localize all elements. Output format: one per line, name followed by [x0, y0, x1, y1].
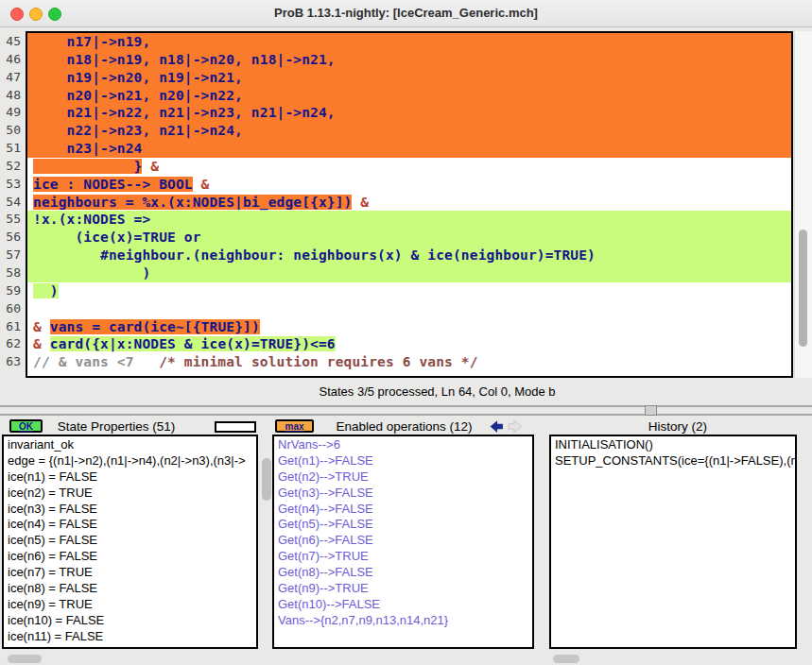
line-number: 53 — [0, 176, 24, 194]
window-title: ProB 1.13.1-nightly: [IceCream_Generic.m… — [0, 0, 812, 26]
line-number: 60 — [0, 300, 24, 318]
code-line-60 — [27, 300, 791, 318]
code-segment: neighbours = %x.(x:NODES|bi_edge[{x}]) — [33, 195, 352, 210]
state-property-row[interactable]: ice(n12) = FALSE — [4, 645, 256, 649]
operation-row[interactable]: Get(n4)-->FALSE — [274, 502, 532, 518]
operation-row[interactable]: Vans-->{n2,n7,n9,n13,n14,n21} — [274, 613, 532, 629]
state-property-row[interactable]: ice(n9) = TRUE — [4, 597, 256, 613]
code-line-56: (ice(x)=TRUE or — [27, 229, 791, 247]
back-arrow-icon[interactable] — [488, 418, 505, 435]
state-property-row[interactable]: ice(n2) = TRUE — [4, 486, 256, 502]
operation-row[interactable]: Get(n8)-->FALSE — [274, 565, 532, 581]
state-properties-scrollbar-thumb[interactable] — [262, 458, 271, 501]
state-property-row[interactable]: ice(n7) = TRUE — [4, 565, 256, 581]
code-segment: n22|->n23, n21|->n24, — [33, 123, 243, 138]
splitter-handle[interactable] — [645, 405, 657, 416]
code-segment: /* minimal solution requires 6 vans */ — [159, 354, 477, 369]
history-row[interactable]: SETUP_CONSTANTS(ice={(n1|->FALSE),(n — [551, 453, 795, 469]
state-property-row[interactable]: ice(n4) = FALSE — [4, 517, 256, 533]
line-number: 46 — [0, 51, 24, 69]
operation-row[interactable]: Get(n2)-->TRUE — [274, 469, 532, 486]
state-property-row[interactable]: edge = {(n1|->n2),(n1|->n4),(n2|->n3),(n… — [4, 453, 256, 469]
code-segment — [134, 354, 160, 369]
code-line-51: n23|->n24 — [27, 140, 791, 158]
history-hscroll-thumb[interactable] — [553, 655, 579, 663]
code-segment — [42, 336, 50, 351]
state-properties-hscroll-thumb[interactable] — [8, 655, 42, 663]
operation-row[interactable]: Get(n7)-->TRUE — [274, 549, 532, 565]
code-segment: & — [360, 195, 369, 210]
code-segment: ) — [33, 283, 59, 298]
forward-arrow-icon[interactable] — [507, 418, 524, 435]
line-number: 54 — [0, 194, 24, 212]
operation-row[interactable]: Get(n3)-->FALSE — [274, 486, 532, 502]
operation-row[interactable]: Get(n10)-->FALSE — [274, 597, 532, 613]
operation-row[interactable]: Get(n9)-->TRUE — [274, 581, 532, 597]
code-segment: } — [33, 159, 142, 174]
code-line-45: n17|->n19, — [27, 33, 791, 51]
code-segment: & — [201, 177, 210, 192]
code-segment — [142, 159, 150, 174]
code-line-46: n18|->n19, n18|->n20, n18|->n21, — [27, 51, 791, 69]
state-property-row[interactable]: ice(n11) = FALSE — [4, 629, 256, 645]
pane-splitter[interactable] — [0, 405, 812, 416]
code-line-49: n21|->n22, n21|->n23, n21|->n24, — [27, 104, 791, 122]
code-segment: (ice(x)=TRUE or — [33, 230, 201, 245]
code-segment: !x.(x:NODES => — [33, 212, 150, 227]
state-property-row[interactable]: ice(n5) = FALSE — [4, 533, 256, 549]
line-number: 61 — [0, 318, 24, 336]
code-segment: n23|->n24 — [33, 141, 142, 156]
code-segment: n21|->n22, n21|->n23, n21|->n24, — [33, 105, 336, 120]
operation-row[interactable]: Get(n1)-->FALSE — [274, 453, 532, 469]
code-segment — [193, 177, 201, 192]
state-property-row[interactable]: ice(n3) = FALSE — [4, 502, 256, 518]
history-row[interactable]: INITIALISATION() — [551, 437, 795, 453]
line-number: 51 — [0, 140, 24, 158]
operation-row[interactable]: Get(n5)-->FALSE — [274, 517, 532, 533]
line-number: 59 — [0, 282, 24, 300]
source-editor[interactable]: n17|->n19, n18|->n19, n18|->n20, n18|->n… — [26, 31, 793, 378]
code-segment: ) — [33, 265, 150, 281]
code-line-52: } & — [27, 158, 791, 176]
editor-vertical-scrollbar[interactable] — [794, 31, 812, 378]
blank-indicator[interactable] — [215, 421, 256, 433]
code-line-58: ) — [27, 264, 791, 282]
history-list[interactable]: INITIALISATION()SETUP_CONSTANTS(ice={(n1… — [549, 435, 797, 649]
editor-scrollbar-thumb[interactable] — [799, 230, 807, 347]
code-segment: #neighbour.(neighbour: neighbours(x) & i… — [33, 247, 596, 263]
invariant-ok-badge[interactable]: OK — [9, 419, 43, 433]
line-number: 57 — [0, 247, 24, 264]
code-line-57: #neighbour.(neighbour: neighbours(x) & i… — [27, 247, 791, 264]
code-line-55: !x.(x:NODES => — [27, 211, 791, 229]
code-segment: n19|->n20, n19|->n21, — [33, 70, 243, 85]
code-line-59: ) — [27, 282, 791, 300]
operation-row[interactable]: NrVans-->6 — [274, 437, 532, 453]
line-number: 63 — [0, 353, 24, 371]
code-line-61: & vans = card(ice~[{TRUE}]) — [27, 318, 791, 336]
code-segment: // & vans <7 — [33, 354, 134, 369]
state-property-row[interactable]: ice(n10) = FALSE — [4, 613, 256, 629]
code-line-53: ice : NODES--> BOOL & — [27, 176, 791, 194]
code-segment: & — [33, 319, 42, 334]
editor-gutter: 45464748495051525354555657585960616263 — [0, 31, 24, 378]
state-properties-list[interactable]: invariant_okedge = {(n1|->n2),(n1|->n4),… — [2, 435, 258, 649]
state-property-row[interactable]: ice(n6) = FALSE — [4, 549, 256, 565]
line-number: 62 — [0, 335, 24, 353]
line-number: 47 — [0, 69, 24, 87]
line-number: 52 — [0, 158, 24, 176]
line-number: 55 — [0, 211, 24, 229]
state-properties-title: State Properties (51) — [45, 419, 187, 434]
max-operations-badge[interactable]: max — [275, 419, 314, 433]
title-bar: ProB 1.13.1-nightly: [IceCream_Generic.m… — [0, 0, 812, 27]
operation-row[interactable]: Get(n6)-->FALSE — [274, 533, 532, 549]
line-number: 45 — [0, 33, 24, 51]
state-property-row[interactable]: ice(n1) = FALSE — [4, 469, 256, 486]
code-segment: card({x|x:NODES & ice(x)=TRUE})<=6 — [50, 336, 336, 351]
code-segment: n20|->n21, n20|->n22, — [33, 88, 243, 103]
code-segment: vans = card(ice~[{TRUE}]) — [50, 319, 260, 334]
state-property-row[interactable]: ice(n8) = FALSE — [4, 581, 256, 597]
history-title: History (2) — [602, 419, 753, 434]
enabled-operations-list[interactable]: NrVans-->6Get(n1)-->FALSEGet(n2)-->TRUEG… — [272, 435, 534, 649]
state-property-row[interactable]: invariant_ok — [4, 437, 256, 453]
line-number: 56 — [0, 229, 24, 247]
